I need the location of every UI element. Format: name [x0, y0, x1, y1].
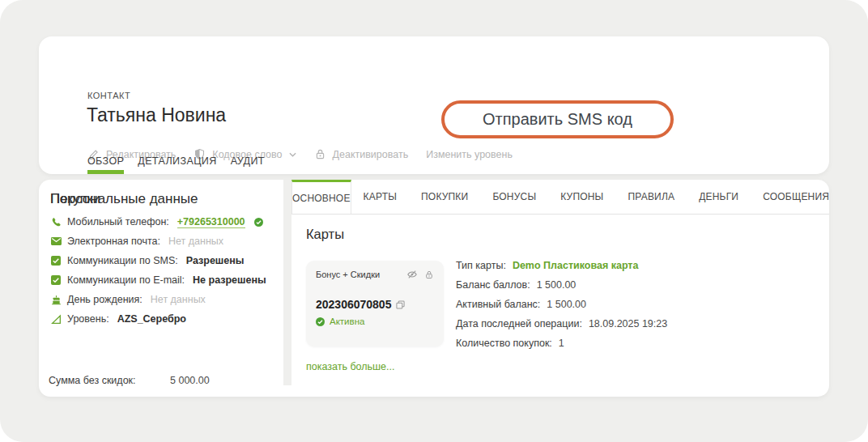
- tab-overview[interactable]: ОБЗОР: [87, 155, 124, 174]
- detail-row-active-balance: Активный баланс: 1 500.00: [456, 295, 667, 314]
- contact-tabs: ОБЗОР ДЕТАЛИЗАЦИЯ АУДИТ: [87, 155, 265, 174]
- tab-messages[interactable]: СООБЩЕНИЯ: [751, 180, 829, 214]
- tab-bonuses[interactable]: БОНУСЫ: [480, 180, 548, 214]
- column-divider: [283, 180, 291, 385]
- card-details: Тип карты: Demo Пластиковая карта Баланс…: [456, 256, 667, 353]
- checkbox-checked-icon: [50, 275, 62, 285]
- main-tabs: ОСНОВНОЕ КАРТЫ ПОКУПКИ БОНУСЫ КУПОНЫ ПРА…: [291, 180, 829, 215]
- tab-rules[interactable]: ПРАВИЛА: [615, 180, 687, 214]
- tab-coupons[interactable]: КУПОНЫ: [548, 180, 615, 214]
- personal-data-rows: Мобильный телефон: +79265310000 Электрон…: [39, 212, 283, 329]
- detail-row-points-balance: Баланс баллов: 1 500.00: [456, 275, 667, 295]
- checkbox-checked-icon: [50, 256, 62, 266]
- row-value: Нет данных: [151, 294, 206, 305]
- detail-label: Баланс баллов:: [456, 279, 530, 291]
- contact-content-card: Персональные данные Мобильный телефон: +…: [39, 180, 829, 397]
- main-panel: ОСНОВНОЕ КАРТЫ ПОКУПКИ БОНУСЫ КУПОНЫ ПРА…: [291, 180, 829, 397]
- contact-header-card: КОНТАКТ Татьяна Новина Редактировать Код…: [39, 36, 829, 174]
- change-level-button[interactable]: Изменить уровень: [426, 149, 513, 160]
- card-header-icons: [406, 269, 434, 280]
- detail-label: Количество покупок:: [456, 338, 552, 349]
- row-email-communications: Коммуникации по E-mail: Не разрешены: [39, 270, 283, 290]
- contact-name: Татьяна Новина: [87, 104, 226, 126]
- loyalty-card-widget[interactable]: Бонус + Скидки 202306070805 Активна: [306, 261, 444, 346]
- detail-value: Demo Пластиковая карта: [513, 260, 639, 271]
- tab-audit[interactable]: АУДИТ: [231, 155, 265, 174]
- row-label: Электронная почта:: [67, 236, 160, 247]
- row-label: Коммуникации по E-mail:: [67, 274, 185, 286]
- row-value: Не разрешены: [193, 274, 266, 286]
- loyalty-card-header: Бонус + Скидки: [306, 261, 444, 280]
- detail-label: Дата последней операции:: [456, 318, 582, 329]
- row-birthday: День рождения: Нет данных: [39, 290, 283, 309]
- deactivate-label: Деактивировать: [333, 149, 409, 160]
- card-status: Активна: [316, 317, 444, 326]
- detail-row-purchase-count: Количество покупок: 1: [456, 334, 667, 353]
- tab-cards[interactable]: КАРТЫ: [351, 180, 409, 214]
- row-value: Разрешены: [186, 255, 245, 266]
- row-level: Уровень: AZS_Серебро: [39, 309, 283, 329]
- crm-contact-page: КОНТАКТ Татьяна Новина Редактировать Код…: [0, 0, 868, 442]
- show-more-link[interactable]: показать больше...: [306, 361, 394, 372]
- cards-section-heading: Карты: [306, 227, 344, 242]
- tab-main[interactable]: ОСНОВНОЕ: [291, 180, 351, 215]
- row-value: Нет данных: [168, 236, 223, 247]
- detail-row-last-operation: Дата последней операции: 18.09.2025 19:2…: [456, 314, 667, 334]
- card-number: 202306070805: [316, 298, 444, 311]
- send-sms-code-label: Отправить SMS код: [483, 110, 632, 129]
- detail-label: Активный баланс:: [456, 299, 540, 310]
- card-status-label: Активна: [330, 317, 364, 326]
- deactivate-button[interactable]: Деактивировать: [314, 148, 409, 160]
- detail-row-card-type: Тип карты: Demo Пластиковая карта: [456, 256, 667, 275]
- contact-kicker: КОНТАКТ: [87, 91, 130, 100]
- card-type-label: Бонус + Скидки: [316, 270, 406, 279]
- verified-badge-icon: [254, 218, 263, 227]
- row-label: Уровень:: [67, 313, 109, 325]
- row-label: Коммуникации по SMS:: [67, 255, 178, 266]
- personal-data-panel: Персональные данные Мобильный телефон: +…: [39, 180, 283, 397]
- chevron-down-icon: [289, 152, 296, 157]
- row-label: Мобильный телефон:: [67, 216, 169, 227]
- detail-label: Тип карты:: [456, 260, 506, 271]
- tab-purchases[interactable]: ПОКУПКИ: [409, 180, 480, 214]
- card-number-value: 202306070805: [316, 298, 391, 311]
- row-mobile-phone: Мобильный телефон: +79265310000: [39, 212, 283, 232]
- purchases-row-value: 5 000.00: [170, 375, 210, 386]
- purchases-heading: Покупки: [50, 191, 100, 206]
- detail-value: 18.09.2025 19:23: [589, 318, 667, 329]
- row-value: AZS_Серебро: [117, 313, 186, 325]
- lock-icon: [314, 148, 326, 160]
- detail-value: 1: [559, 338, 564, 349]
- detail-value: 1 500.00: [537, 279, 577, 291]
- check-circle-icon: [316, 317, 325, 326]
- phone-icon: [50, 217, 62, 227]
- phone-link[interactable]: +79265310000: [177, 216, 245, 228]
- eye-off-icon[interactable]: [406, 269, 418, 280]
- level-icon: [50, 314, 62, 325]
- change-level-label: Изменить уровень: [426, 149, 513, 160]
- send-sms-code-button[interactable]: Отправить SMS код: [441, 100, 674, 138]
- row-sms-communications: Коммуникации по SMS: Разрешены: [39, 251, 283, 270]
- envelope-icon: [50, 237, 62, 245]
- copy-icon[interactable]: [396, 300, 405, 309]
- purchases-row-label: Сумма без скидок:: [49, 375, 136, 386]
- tab-detailing[interactable]: ДЕТАЛИЗАЦИЯ: [138, 155, 216, 174]
- purchases-row: Сумма без скидок: 5 000.00: [49, 375, 275, 386]
- row-label: День рождения:: [67, 294, 143, 305]
- cake-icon: [50, 295, 62, 305]
- lock-icon[interactable]: [424, 270, 434, 280]
- tab-money[interactable]: ДЕНЬГИ: [687, 180, 751, 214]
- row-email: Электронная почта: Нет данных: [39, 232, 283, 251]
- detail-value: 1 500.00: [547, 299, 586, 310]
